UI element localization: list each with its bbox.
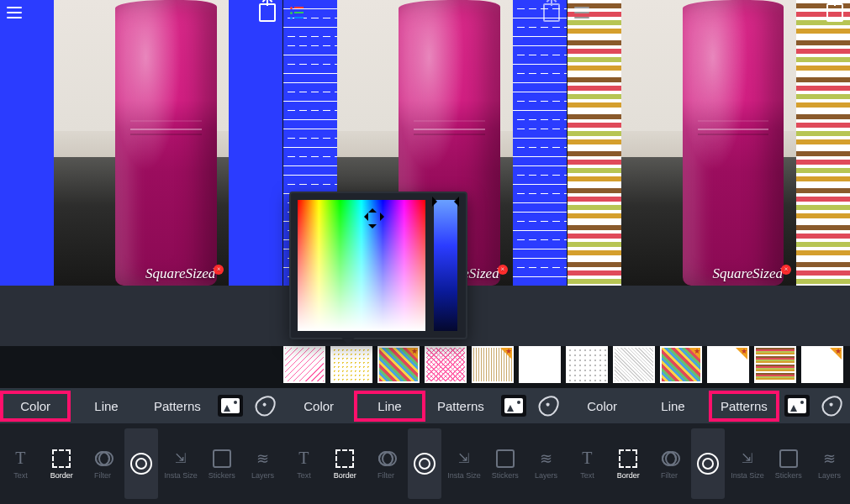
- tool-filter[interactable]: Filter: [649, 423, 690, 504]
- swatch-plain-white[interactable]: [519, 346, 561, 383]
- tab-line[interactable]: Line: [637, 391, 708, 422]
- sub-tab-row: Color Line Patterns Color Line Patterns …: [0, 388, 850, 423]
- photo: SquareSized×: [54, 0, 229, 286]
- preview-pane-patterns: SquareSized×: [568, 0, 850, 286]
- eyedropper-icon[interactable]: [531, 388, 567, 423]
- swatch-zigzag-pink[interactable]: [425, 346, 467, 383]
- tool-text[interactable]: TText: [283, 423, 325, 504]
- swatch-dots-grey[interactable]: [566, 346, 608, 383]
- menu-icon[interactable]: [574, 7, 589, 18]
- tab-color[interactable]: Color: [283, 391, 354, 422]
- tool-layers[interactable]: ≋Layers: [525, 423, 567, 504]
- topbar: [0, 0, 282, 25]
- preview-pane-color: SquareSized×: [0, 0, 282, 286]
- canvas[interactable]: SquareSized×: [568, 0, 850, 286]
- border-left: [568, 0, 621, 286]
- watermark: SquareSized×: [145, 265, 224, 282]
- tool-shape[interactable]: [408, 428, 441, 499]
- sub-set-3: Color Line Patterns: [567, 388, 850, 423]
- tool-text[interactable]: TText: [0, 423, 41, 504]
- share-icon[interactable]: [543, 3, 560, 22]
- tab-patterns[interactable]: Patterns: [425, 391, 496, 422]
- tool-shape[interactable]: [124, 428, 158, 499]
- tool-insta-size[interactable]: ⇲Insta Size: [443, 423, 484, 504]
- swatch-wave-pink[interactable]: [283, 346, 325, 383]
- color-picker[interactable]: [289, 192, 467, 339]
- photo: SquareSized×: [621, 0, 796, 286]
- list-icon[interactable]: [290, 7, 304, 19]
- picker-arrow: [341, 338, 355, 351]
- tool-insta-size[interactable]: ⇲Insta Size: [160, 423, 201, 504]
- tab-color[interactable]: Color: [567, 391, 637, 422]
- image-picker-icon[interactable]: [779, 388, 815, 423]
- swatch-fine-diag[interactable]: [613, 346, 655, 383]
- swatch-more[interactable]: ★: [801, 346, 843, 383]
- border-right: [513, 0, 567, 286]
- tool-filter[interactable]: Filter: [366, 423, 407, 504]
- tab-line[interactable]: Line: [354, 391, 425, 422]
- swatch-dots-yellow[interactable]: [330, 346, 372, 383]
- swatch-stripes-hor[interactable]: [754, 346, 796, 383]
- border-right: [796, 0, 850, 286]
- dock-set-3: TText Border Filter ⇲Insta Size Stickers…: [567, 423, 850, 504]
- tool-border[interactable]: Border: [325, 423, 366, 504]
- sub-set-2: Color Line Patterns: [283, 388, 567, 423]
- tool-filter[interactable]: Filter: [82, 423, 124, 504]
- tool-border[interactable]: Border: [608, 423, 649, 504]
- watermark: SquareSized×: [713, 265, 791, 282]
- hue-cursor[interactable]: [449, 197, 459, 207]
- topbar: [283, 0, 566, 25]
- image-picker-icon[interactable]: [213, 388, 248, 423]
- swatch-chevron-tan[interactable]: ★: [472, 346, 514, 383]
- canvas[interactable]: SquareSized×: [0, 0, 282, 286]
- tool-shape[interactable]: [691, 428, 725, 499]
- tab-patterns[interactable]: Patterns: [142, 391, 213, 422]
- tool-stickers[interactable]: Stickers: [768, 423, 809, 504]
- pattern-swatches: ★ ★ ★ ★ ★: [283, 346, 850, 385]
- spectrum-cursor[interactable]: [368, 213, 380, 224]
- eyedropper-icon[interactable]: [248, 388, 283, 423]
- tab-patterns[interactable]: Patterns: [709, 391, 779, 422]
- tool-stickers[interactable]: Stickers: [201, 423, 242, 504]
- swatch-arrow-corner[interactable]: ★: [707, 346, 749, 383]
- tab-line[interactable]: Line: [71, 391, 141, 422]
- tool-insta-size[interactable]: ⇲Insta Size: [726, 423, 768, 504]
- eyedropper-icon[interactable]: [815, 388, 850, 423]
- swatch-diagonal-stripes[interactable]: ★: [660, 346, 702, 383]
- menu-icon[interactable]: [7, 7, 22, 18]
- hue-bar[interactable]: [434, 200, 457, 331]
- topbar: [568, 0, 850, 25]
- border-right: [229, 0, 282, 286]
- tab-color[interactable]: Color: [0, 391, 71, 422]
- border-left: [0, 0, 54, 286]
- tool-stickers[interactable]: Stickers: [484, 423, 525, 504]
- tool-text[interactable]: TText: [567, 423, 608, 504]
- image-picker-icon[interactable]: [496, 388, 531, 423]
- share-icon[interactable]: [259, 3, 276, 22]
- dock-set-1: TText Border Filter ⇲Insta Size Stickers…: [0, 423, 283, 504]
- spectrum[interactable]: [298, 200, 425, 331]
- dock-set-2: TText Border Filter ⇲Insta Size Stickers…: [283, 423, 567, 504]
- bottom-dock: TText Border Filter ⇲Insta Size Stickers…: [0, 423, 850, 504]
- tool-layers[interactable]: ≋Layers: [242, 423, 283, 504]
- tool-border[interactable]: Border: [41, 423, 82, 504]
- sub-set-1: Color Line Patterns: [0, 388, 283, 423]
- tool-layers[interactable]: ≋Layers: [809, 423, 850, 504]
- share-icon[interactable]: [826, 3, 843, 22]
- swatch-diag-multi[interactable]: ★: [377, 346, 420, 383]
